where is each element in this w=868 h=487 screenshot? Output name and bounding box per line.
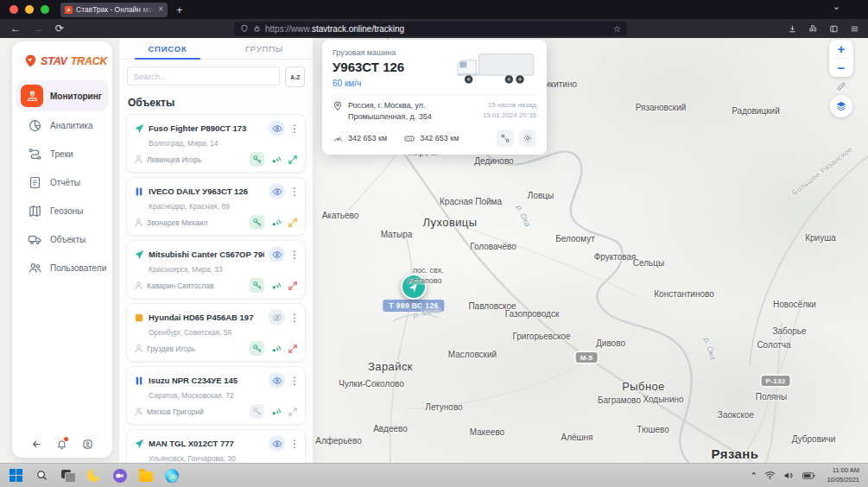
sidebar-toggle-icon[interactable]	[829, 24, 839, 34]
edge-icon	[165, 469, 179, 483]
night-mode-app-button[interactable]	[86, 468, 101, 483]
objects-icon	[28, 232, 42, 247]
tray-chevron-icon[interactable]: ⌃	[751, 471, 757, 480]
visibility-eye-button[interactable]	[269, 309, 285, 326]
sidebar-item-analytics[interactable]: Аналитика	[12, 111, 112, 140]
vehicle-card[interactable]: Isuzu NPR С234УЕ 145 ⋮ Саратов, Московск…	[126, 366, 306, 425]
visibility-eye-button[interactable]	[269, 246, 285, 262]
gps-signal-icon	[270, 406, 282, 417]
shield-icon[interactable]	[240, 24, 249, 33]
window-traffic-lights[interactable]	[10, 5, 49, 14]
vehicle-plate-title: У963СТ 126	[333, 60, 454, 74]
bookmark-star-icon[interactable]: ☆	[613, 24, 621, 34]
map-place-label: Масловский	[448, 350, 497, 359]
speaker-icon[interactable]	[783, 471, 795, 480]
tab-groups[interactable]: ГРУППЫ	[216, 38, 313, 59]
map-place-label: Новосёлки	[773, 300, 816, 309]
url-bar[interactable]: https://www.stavtrack.online/tracking ☆	[234, 22, 627, 36]
ruler-icon[interactable]	[836, 81, 846, 92]
search-input[interactable]	[127, 66, 280, 85]
map-layers-button[interactable]	[830, 95, 852, 117]
vehicle-card[interactable]: Hyundai HD65 Р456АВ 197 ⋮ Оренбург, Сове…	[126, 303, 306, 362]
visibility-eye-button[interactable]	[269, 183, 285, 199]
back-button[interactable]: ←	[10, 23, 21, 34]
connection-status-icon	[288, 218, 298, 228]
extensions-puzzle-icon[interactable]	[808, 24, 818, 34]
more-options-kebab-icon[interactable]: ⋮	[289, 123, 298, 134]
zoom-in-button[interactable]: +	[829, 40, 853, 58]
vehicle-settings-button[interactable]	[519, 130, 536, 147]
more-options-kebab-icon[interactable]: ⋮	[289, 439, 298, 449]
task-view-button[interactable]	[60, 468, 75, 483]
sidebar-item-tracks[interactable]: Треки	[12, 140, 112, 168]
visibility-eye-button[interactable]	[269, 372, 285, 389]
visibility-eye-button[interactable]	[269, 120, 285, 136]
reload-button[interactable]: ⟳	[55, 23, 64, 34]
vehicle-card[interactable]: Fuso Fighter Р890СТ 173 ⋮ Волгоград, Мир…	[126, 114, 306, 173]
sidebar-item-users[interactable]: Пользователи	[12, 254, 112, 282]
more-options-kebab-icon[interactable]: ⋮	[289, 376, 298, 386]
notifications-bell-icon[interactable]	[56, 439, 67, 450]
map-place-label: Константиново	[654, 289, 713, 299]
file-explorer-button[interactable]	[138, 468, 153, 483]
menu-hamburger-icon[interactable]	[850, 24, 859, 34]
last-update-time: 15 часов назад 15.01.2024 20:35	[483, 100, 536, 123]
tab-overflow-chevron-icon[interactable]: ⌄	[833, 1, 840, 12]
taskbar-clock[interactable]: 11:00 AM 10/05/2021	[827, 466, 859, 485]
sort-alphabetical-button[interactable]: A↓Z	[285, 66, 305, 87]
profile-icon[interactable]	[82, 439, 93, 450]
window-zoom-button[interactable]	[41, 5, 49, 14]
map-place-label: Баграмово	[598, 395, 641, 405]
collapse-back-icon[interactable]	[31, 439, 42, 450]
video-camera-icon	[113, 469, 127, 483]
sidebar-item-reports[interactable]: Отчёты	[12, 168, 112, 197]
map-controls: + −	[829, 40, 853, 117]
url-text[interactable]: https://www.stavtrack.online/tracking	[265, 24, 609, 34]
build-route-button[interactable]	[497, 130, 514, 147]
map-place-label: Ходынино	[643, 395, 683, 404]
map-place-label: Заокское	[718, 410, 754, 420]
forward-button[interactable]: →	[33, 23, 43, 34]
vehicle-name: Isuzu NPR С234УЕ 145	[149, 376, 264, 385]
wifi-icon[interactable]	[764, 471, 776, 480]
vehicle-name: MAN TGL Х012СТ 777	[149, 439, 264, 448]
downloads-icon[interactable]	[788, 24, 797, 34]
new-tab-button[interactable]: +	[176, 4, 183, 16]
vehicle-card[interactable]: IVECO DAILY У963СТ 126 ⋮ Краснодар, Крас…	[126, 177, 306, 236]
ignition-key-icon[interactable]	[250, 215, 264, 230]
sidebar-item-geozones[interactable]: Геозоны	[12, 197, 112, 225]
ignition-key-icon[interactable]	[250, 278, 264, 293]
taskbar-search-button[interactable]	[35, 468, 49, 483]
sidebar-item-label: Геозоны	[50, 206, 84, 216]
sidebar-item-monitoring[interactable]: Мониторинг	[16, 80, 108, 111]
zoom-out-button[interactable]: −	[829, 59, 853, 77]
tab-list[interactable]: СПИСОК	[119, 38, 216, 59]
tab-title: СтавТрак - Онлайн мониторин	[76, 5, 155, 14]
more-options-kebab-icon[interactable]: ⋮	[289, 187, 298, 197]
more-options-kebab-icon[interactable]: ⋮	[289, 250, 298, 260]
map-place-label: пос. свх.	[413, 266, 444, 275]
window-minimize-button[interactable]	[25, 5, 34, 14]
more-options-kebab-icon[interactable]: ⋮	[289, 313, 298, 323]
vehicle-card[interactable]: Mitsubishi Canter С567ОР 790 ⋮ Красноярс…	[126, 240, 306, 299]
logo-text-stav: STAV	[41, 55, 67, 67]
sidebar-item-objects[interactable]: Объекты	[12, 225, 112, 254]
video-call-app-button[interactable]	[112, 468, 127, 483]
ignition-key-icon[interactable]	[250, 152, 264, 167]
browser-tab[interactable]: СтавТрак - Онлайн мониторин ×	[60, 3, 168, 17]
ignition-key-icon[interactable]	[250, 341, 264, 356]
ignition-key-icon[interactable]	[250, 404, 264, 419]
driver-name: Каварин Святослав	[147, 281, 214, 290]
window-close-button[interactable]	[10, 5, 18, 14]
tab-close-icon[interactable]: ×	[158, 5, 163, 14]
visibility-eye-button[interactable]	[269, 435, 285, 452]
analytics-icon	[28, 118, 42, 133]
stavtrack-logo-icon	[23, 54, 38, 68]
map-place-label: Красная Пойма	[440, 197, 502, 206]
battery-icon[interactable]	[802, 471, 815, 480]
edge-browser-button[interactable]	[164, 468, 179, 483]
map-place-label: Дивово	[596, 338, 625, 348]
map-place-label: Поляны	[756, 392, 788, 402]
map-place-label: Акатьево	[322, 211, 359, 220]
windows-start-button[interactable]	[9, 468, 23, 483]
